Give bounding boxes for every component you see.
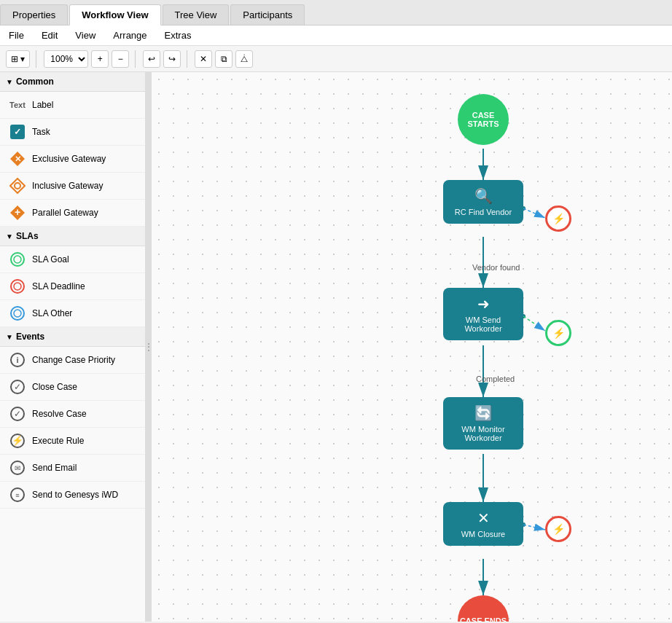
sidebar-item-execute-rule-text: Execute Rule	[32, 436, 84, 446]
svg-point-9	[14, 256, 21, 263]
sidebar-item-resolve-case[interactable]: ✓ Resolve Case	[0, 401, 145, 428]
section-common[interactable]: ▼ Common	[0, 72, 145, 92]
section-events[interactable]: ▼ Events	[0, 327, 145, 347]
svg-marker-4	[10, 179, 25, 193]
slas-arrow: ▼	[6, 232, 13, 240]
task-icon: ✓	[9, 123, 26, 141]
sidebar-item-parallel-gateway[interactable]: + Parallel Gateway	[0, 200, 145, 227]
svg-line-34	[523, 316, 545, 331]
node-event1[interactable]: ⚡	[545, 205, 571, 232]
menu-edit[interactable]: Edit	[39, 28, 60, 42]
node-wm-closure[interactable]: ✕ WM Closure	[443, 502, 523, 546]
resize-handle[interactable]	[146, 72, 152, 622]
sidebar-item-sla-other[interactable]: SLA Other	[0, 300, 145, 327]
node-case-starts[interactable]: CASE STARTS	[458, 94, 509, 145]
history-group: ↩ ↪	[143, 50, 187, 68]
sla-other-icon	[9, 305, 26, 322]
parallel-gateway-icon: +	[9, 204, 26, 222]
svg-text:i: i	[16, 356, 18, 364]
svg-text:✉: ✉	[15, 464, 20, 472]
svg-text:✓: ✓	[14, 382, 21, 392]
svg-text:✕: ✕	[15, 154, 21, 163]
sidebar-item-execute-rule[interactable]: ⚡ Execute Rule	[0, 428, 145, 455]
exclusive-gateway-icon: ✕	[9, 150, 26, 168]
tab-participants[interactable]: Participants	[230, 4, 305, 25]
sidebar-item-task-text: Task	[32, 127, 50, 137]
edit-group: ✕ ⧉ ⧊	[195, 50, 259, 68]
sidebar-item-sla-goal[interactable]: SLA Goal	[0, 246, 145, 273]
inclusive-gateway-icon	[9, 177, 26, 195]
view-toggle-group: ⊞ ▾	[6, 50, 36, 68]
edge-label-completed: Completed	[476, 375, 515, 383]
svg-point-11	[14, 283, 21, 290]
node-rc-find-vendor[interactable]: 🔍 RC Find Vendor	[443, 180, 523, 224]
node-wm-monitor-workorder[interactable]: 🔄 WM Monitor Workorder	[443, 397, 523, 450]
wm-monitor-workorder-icon: 🔄	[449, 404, 517, 422]
sidebar: ▼ Common Text Label ✓ Task	[0, 72, 146, 622]
tab-tree-view[interactable]: Tree View	[163, 4, 230, 25]
event2-icon: ⚡	[552, 327, 565, 339]
sidebar-item-change-case-priority[interactable]: i Change Case Priority	[0, 347, 145, 374]
delete-button[interactable]: ✕	[195, 50, 212, 68]
sidebar-item-exclusive-gateway[interactable]: ✕ Exclusive Gateway	[0, 146, 145, 173]
sidebar-item-inclusive-text: Inclusive Gateway	[32, 181, 103, 191]
tab-properties[interactable]: Properties	[0, 4, 68, 25]
paste-button[interactable]: ⧊	[235, 50, 253, 68]
sidebar-item-label[interactable]: Text Label	[0, 92, 145, 119]
edge-label-vendor-found: Vendor found	[472, 263, 520, 272]
canvas[interactable]: CASE STARTS 🔍 RC Find Vendor Vendor foun…	[152, 72, 672, 622]
sidebar-item-task[interactable]: ✓ Task	[0, 119, 145, 146]
zoom-group: 100% 75% 50% 150% + −	[44, 50, 136, 68]
svg-point-8	[11, 253, 24, 266]
node-case-ends[interactable]: CASE ENDS	[458, 595, 509, 622]
svg-text:+: +	[15, 206, 20, 218]
section-slas[interactable]: ▼ SLAs	[0, 227, 145, 246]
wm-send-workorder-icon: ➜	[449, 295, 517, 313]
change-case-priority-icon: i	[9, 351, 26, 369]
sla-goal-icon	[9, 251, 26, 268]
send-email-icon: ✉	[9, 459, 26, 477]
sidebar-item-parallel-text: Parallel Gateway	[32, 208, 98, 218]
sidebar-item-sla-deadline[interactable]: SLA Deadline	[0, 273, 145, 300]
copy-button[interactable]: ⧉	[215, 50, 233, 68]
events-label: Events	[16, 332, 44, 342]
rc-find-vendor-icon: 🔍	[449, 187, 517, 205]
svg-point-5	[15, 183, 20, 189]
sidebar-item-sla-deadline-text: SLA Deadline	[32, 281, 85, 291]
svg-point-12	[11, 307, 24, 320]
sidebar-item-close-case[interactable]: ✓ Close Case	[0, 374, 145, 401]
node-event2[interactable]: ⚡	[545, 320, 571, 346]
tab-workflow-view[interactable]: Workflow View	[69, 4, 160, 26]
sidebar-item-send-genesys[interactable]: ≡ Send to Genesys iWD	[0, 482, 145, 509]
node-event3[interactable]: ⚡	[545, 516, 571, 542]
node-wm-send-workorder[interactable]: ➜ WM Send Workorder	[443, 288, 523, 340]
sidebar-item-send-email-text: Send Email	[32, 463, 77, 473]
zoom-in-button[interactable]: +	[91, 50, 109, 68]
undo-button[interactable]: ↩	[143, 50, 160, 68]
event1-icon: ⚡	[552, 213, 565, 224]
event3-circle: ⚡	[545, 516, 571, 542]
redo-button[interactable]: ↪	[163, 50, 181, 68]
menu-extras[interactable]: Extras	[162, 28, 195, 42]
zoom-select[interactable]: 100% 75% 50% 150%	[44, 50, 88, 68]
menu-file[interactable]: File	[6, 28, 27, 42]
sidebar-item-inclusive-gateway[interactable]: Inclusive Gateway	[0, 173, 145, 200]
sidebar-item-close-case-text: Close Case	[32, 382, 77, 392]
svg-text:⚡: ⚡	[12, 434, 24, 447]
close-case-icon: ✓	[9, 378, 26, 396]
svg-text:✓: ✓	[14, 127, 21, 137]
wm-send-workorder-label: WM Send Workorder	[449, 316, 517, 333]
sidebar-item-send-email[interactable]: ✉ Send Email	[0, 455, 145, 482]
view-toggle-button[interactable]: ⊞ ▾	[6, 50, 30, 68]
svg-point-10	[11, 280, 24, 293]
tabs-bar: Properties Workflow View Tree View Parti…	[0, 0, 672, 26]
events-arrow: ▼	[6, 333, 13, 341]
zoom-out-button[interactable]: −	[112, 50, 129, 68]
menu-arrange[interactable]: Arrange	[110, 28, 149, 42]
case-ends-circle: CASE ENDS	[458, 595, 509, 622]
common-label: Common	[16, 77, 54, 87]
sidebar-item-send-genesys-text: Send to Genesys iWD	[32, 490, 118, 500]
svg-text:✓: ✓	[14, 409, 21, 419]
wm-closure-label: WM Closure	[449, 530, 517, 538]
menu-view[interactable]: View	[72, 28, 98, 42]
